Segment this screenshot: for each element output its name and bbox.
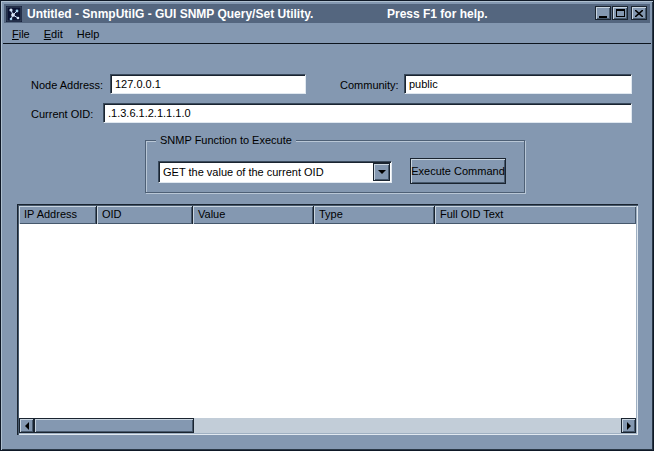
scroll-left-button[interactable] — [19, 418, 34, 433]
menu-bar: File Edit Help — [3, 23, 651, 44]
scrollbar-thumb[interactable] — [34, 418, 194, 433]
snmputil-app-icon[interactable] — [6, 6, 22, 22]
execute-command-button[interactable]: Execute Command — [410, 158, 506, 184]
window-controls — [595, 6, 647, 20]
scroll-right-button[interactable] — [621, 418, 636, 433]
menu-edit[interactable]: Edit — [37, 26, 70, 42]
client-area: Node Address: Community: Current OID: SN… — [4, 45, 652, 445]
maximize-button[interactable] — [612, 6, 628, 20]
snmp-function-group-title: SNMP Function to Execute — [156, 134, 296, 146]
menu-file[interactable]: File — [5, 26, 37, 42]
results-body[interactable] — [19, 224, 636, 418]
minimize-icon — [599, 16, 607, 18]
scrollbar-track[interactable] — [34, 418, 621, 433]
snmp-function-selected-value: GET the value of the current OID — [159, 166, 373, 178]
column-header-ip-address[interactable]: IP Address — [19, 206, 97, 224]
title-bar[interactable]: Untitled - SnmpUtilG - GUI SNMP Query/Se… — [4, 4, 650, 23]
app-window: Untitled - SnmpUtilG - GUI SNMP Query/Se… — [0, 0, 654, 451]
snmp-function-select[interactable]: GET the value of the current OID — [158, 161, 392, 183]
current-oid-label: Current OID: — [31, 108, 93, 120]
snmp-function-groupbox: SNMP Function to Execute GET the value o… — [145, 140, 525, 193]
chevron-down-icon — [378, 170, 386, 174]
titlebar-help-text: Press F1 for help. — [387, 7, 488, 21]
combo-dropdown-button[interactable] — [373, 163, 390, 181]
column-header-type[interactable]: Type — [314, 206, 435, 224]
results-header-row: IP Address OID Value Type Full OID Text — [19, 206, 636, 224]
results-listview-inner: IP Address OID Value Type Full OID Text — [19, 206, 636, 433]
community-label: Community: — [340, 79, 399, 91]
column-header-full-oid-text[interactable]: Full OID Text — [435, 206, 636, 224]
close-button[interactable] — [631, 6, 647, 20]
close-icon — [635, 10, 643, 17]
arrow-left-icon — [25, 422, 29, 430]
maximize-icon — [616, 9, 625, 17]
window-title: Untitled - SnmpUtilG - GUI SNMP Query/Se… — [27, 7, 313, 21]
horizontal-scrollbar — [19, 418, 636, 433]
minimize-button[interactable] — [595, 6, 611, 20]
menu-help[interactable]: Help — [70, 26, 107, 42]
column-header-oid[interactable]: OID — [97, 206, 193, 224]
results-listview: IP Address OID Value Type Full OID Text — [17, 204, 638, 435]
current-oid-input[interactable] — [103, 103, 632, 123]
node-address-label: Node Address: — [31, 79, 103, 91]
column-header-value[interactable]: Value — [193, 206, 314, 224]
node-address-input[interactable] — [110, 74, 306, 94]
arrow-right-icon — [627, 422, 631, 430]
community-input[interactable] — [404, 74, 632, 94]
